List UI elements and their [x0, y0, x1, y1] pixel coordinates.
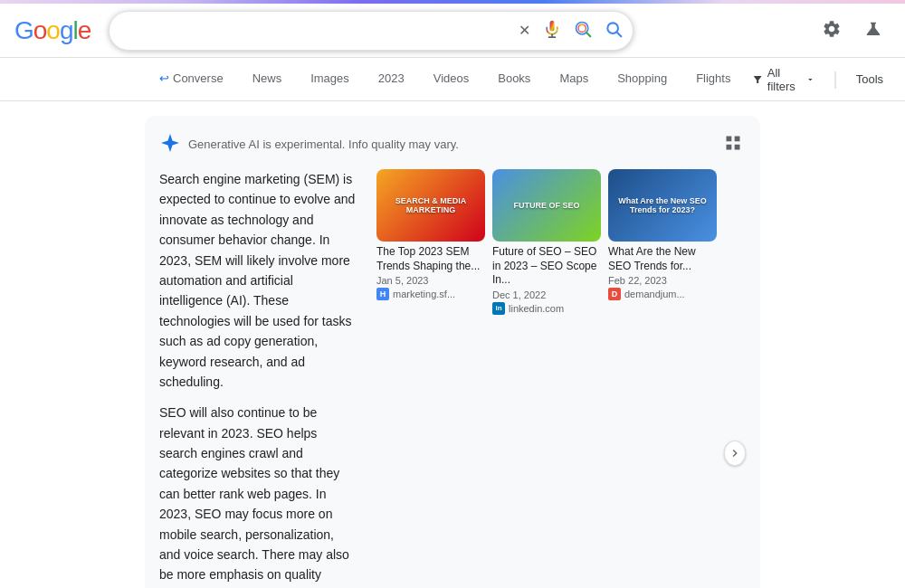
image-source-text-2: linkedin.com [509, 303, 564, 314]
image-source-favicon-3: D [608, 288, 621, 300]
flask-icon [863, 19, 883, 42]
labs-button[interactable] [856, 12, 891, 49]
voice-search-button[interactable] [539, 16, 565, 44]
image-card-1[interactable]: SEARCH & MEDIA MARKETING The Top 2023 SE… [376, 169, 485, 300]
tab-converse-label: Converse [173, 71, 224, 85]
tab-images[interactable]: Images [296, 58, 364, 101]
image-caption-1: The Top 2023 SEM Trends Shaping the... [376, 245, 485, 273]
ai-paragraph-2: SEO will also continue to be relevant in… [159, 403, 358, 588]
image-source-favicon-1: H [376, 288, 389, 300]
tab-videos[interactable]: Videos [419, 58, 484, 101]
svg-line-4 [586, 33, 591, 37]
tab-2023[interactable]: 2023 [364, 58, 419, 101]
tab-shopping-label: Shopping [617, 71, 667, 85]
image-caption-3: What Are the New SEO Trends for... [608, 245, 717, 273]
tab-maps-label: Maps [559, 71, 588, 85]
header: Google the future of search marketing ✕ [0, 4, 905, 58]
image-date-2: Dec 1, 2022 [492, 289, 601, 300]
ai-box: Generative AI is experimental. Info qual… [145, 116, 760, 588]
image-caption-2: Future of SEO – SEO in 2023 – SEO Scope … [492, 245, 601, 288]
header-right [814, 12, 891, 49]
tools-button[interactable]: Tools [849, 69, 891, 90]
search-submit-button[interactable] [601, 16, 626, 44]
tab-videos-label: Videos [433, 71, 470, 85]
converse-icon: ↩ [159, 71, 169, 85]
ai-paragraph-1: Search engine marketing (SEM) is expecte… [159, 169, 358, 392]
gear-icon [822, 19, 842, 42]
tab-flights[interactable]: Flights [681, 58, 745, 101]
svg-line-6 [617, 33, 622, 37]
main-content: Generative AI is experimental. Info qual… [0, 101, 905, 588]
image-source-text-1: marketing.sf... [393, 289, 455, 299]
search-bar-container: the future of search marketing ✕ [109, 11, 634, 51]
microphone-icon [543, 20, 561, 41]
tab-right-controls: All filters | Tools [745, 62, 891, 97]
image-date-3: Feb 22, 2023 [608, 275, 717, 286]
ai-text-content: Search engine marketing (SEM) is expecte… [159, 169, 358, 588]
tab-books-label: Books [498, 71, 530, 85]
image-source-text-3: demandjum... [624, 289, 685, 299]
search-tabs: ↩ Converse News Images 2023 Videos Books… [0, 58, 905, 101]
images-next-button[interactable] [724, 441, 746, 466]
lens-icon [574, 20, 592, 41]
filter-chevron-icon [805, 73, 815, 86]
tools-label: Tools [856, 72, 883, 86]
settings-button[interactable] [814, 12, 849, 49]
all-filters-label: All filters [767, 66, 802, 93]
ai-images-panel: SEARCH & MEDIA MARKETING The Top 2023 SE… [376, 169, 746, 588]
ai-label: Generative AI is experimental. Info qual… [188, 138, 459, 151]
tab-books[interactable]: Books [483, 58, 545, 101]
tab-images-label: Images [310, 71, 349, 85]
filter-icon [752, 72, 763, 87]
all-filters-button[interactable]: All filters [745, 62, 822, 97]
close-icon: ✕ [519, 22, 530, 39]
tab-news[interactable]: News [238, 58, 297, 101]
grid-view-button[interactable] [720, 130, 746, 158]
tab-news-label: News [252, 71, 282, 85]
image-card-2[interactable]: FUTURE OF SEO Future of SEO – SEO in 202… [492, 169, 601, 315]
logo-area: Google [14, 16, 90, 45]
ai-sparkle-icon [159, 132, 181, 156]
tab-maps[interactable]: Maps [545, 58, 603, 101]
google-lens-button[interactable] [570, 16, 595, 44]
tab-shopping[interactable]: Shopping [603, 58, 681, 101]
image-source-favicon-2: in [492, 302, 505, 315]
image-card-3[interactable]: What Are the New SEO Trends for 2023? Wh… [608, 169, 717, 300]
tab-flights-label: Flights [696, 71, 730, 85]
chevron-right-icon [728, 446, 742, 460]
grid-icon [724, 141, 742, 155]
google-logo: Google [14, 16, 90, 45]
search-submit-icon [605, 20, 623, 41]
clear-search-button[interactable]: ✕ [515, 18, 534, 43]
image-date-1: Jan 5, 2023 [376, 275, 485, 286]
tab-converse[interactable]: ↩ Converse [145, 58, 238, 101]
tab-2023-label: 2023 [378, 71, 405, 85]
